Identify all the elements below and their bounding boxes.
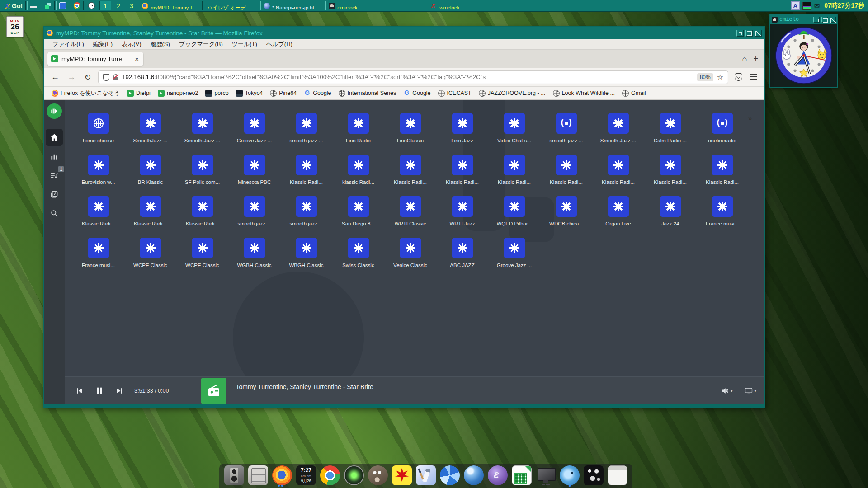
tile-button[interactable] (504, 155, 525, 175)
tile-button[interactable] (244, 196, 265, 217)
task-button[interactable]: ハイレゾ オーディオ Nanopi Neo... (204, 1, 259, 10)
home-tile[interactable]: Klassic Radi... (644, 155, 696, 196)
tile-button[interactable] (400, 238, 421, 258)
tracking-shield-icon[interactable] (103, 74, 109, 81)
home-tile[interactable]: Smooth Jazz ... (592, 113, 644, 155)
close-button[interactable] (755, 30, 762, 37)
dock-app-icon[interactable] (248, 465, 268, 485)
home-tile[interactable]: WDCB chica... (540, 196, 592, 238)
menu-item[interactable]: 編集(E) (89, 39, 117, 49)
tile-button[interactable] (88, 238, 109, 258)
home-tile[interactable]: San Diego 8... (332, 196, 384, 238)
home-tile[interactable]: Minesota PBC (228, 155, 280, 196)
calendar-widget[interactable]: MON 26 SEP (6, 16, 24, 37)
bookmark-item[interactable]: Pine64 (267, 89, 300, 98)
home-tile[interactable]: home choose (72, 113, 124, 155)
home-tile[interactable]: Klassic Radi... (592, 155, 644, 196)
bookmarks-overflow-chevron[interactable]: » (748, 114, 752, 122)
sidebar-item-queue[interactable]: 1 (46, 167, 63, 184)
home-tile[interactable]: WCPE Classic (124, 238, 176, 279)
forward-icon[interactable]: → (66, 72, 77, 82)
home-tile[interactable]: WGBH Classic (228, 238, 280, 279)
dock-app-icon[interactable] (608, 465, 627, 485)
home-tile[interactable]: Klassic Radi... (384, 155, 436, 196)
menu-item[interactable]: ツール(T) (228, 39, 261, 49)
menu-item[interactable]: 表示(V) (118, 39, 145, 49)
dock-app-icon[interactable]: 7:27 am pm 9月26 (296, 465, 316, 485)
dock-app-icon[interactable] (536, 465, 556, 485)
album-art[interactable] (201, 378, 226, 404)
mail-icon[interactable]: ✉ (814, 2, 820, 10)
home-tile[interactable]: Klassic Radi... (436, 155, 488, 196)
home-tile[interactable]: smooth jazz ... (280, 113, 332, 155)
bookmark-item[interactable]: nanopi-neo2 (155, 89, 202, 98)
sidebar-item-home[interactable] (46, 129, 63, 146)
emiclock-titlebar[interactable]: emiclo (770, 14, 837, 24)
home-tile[interactable]: WCPE Classic (176, 238, 228, 279)
tile-button[interactable] (504, 196, 525, 217)
pause-button[interactable] (93, 384, 106, 398)
bookmark-item[interactable]: Gmail (619, 89, 649, 98)
dock-app-icon[interactable] (416, 465, 436, 485)
home-tile[interactable]: Linn Radio (332, 113, 384, 155)
dock-app-icon[interactable] (272, 465, 292, 485)
window-list-button[interactable] (42, 1, 55, 10)
tile-button[interactable] (556, 196, 577, 217)
home-tile[interactable]: Klassic Radi... (72, 196, 124, 238)
dock-app-icon[interactable] (560, 465, 580, 485)
home-tile[interactable]: Video Chat s... (488, 113, 540, 155)
home-tile[interactable]: Klassic Radi... (696, 155, 748, 196)
tile-button[interactable] (296, 113, 317, 134)
sidebar-item-search[interactable] (46, 205, 63, 222)
tile-button[interactable] (192, 113, 213, 134)
workspace-button[interactable]: 3 (126, 1, 137, 10)
task-button[interactable] (377, 1, 426, 10)
home-tile[interactable]: WRTI Classic (384, 196, 436, 238)
task-button[interactable]: emiclock (326, 1, 375, 10)
bookmark-item[interactable]: JAZZGROOVE.org - ... (476, 89, 549, 98)
dock-app-icon[interactable] (464, 465, 484, 485)
elapsed-time[interactable]: 3:51:33 / 0:00 (134, 388, 169, 394)
dock-app-icon[interactable] (320, 465, 340, 485)
back-icon[interactable]: ← (49, 72, 61, 82)
home-tile[interactable]: SF Polic com... (176, 155, 228, 196)
emiclock-maximize-button[interactable] (821, 17, 828, 23)
tile-button[interactable] (400, 155, 421, 175)
volume-button[interactable]: ▾ (721, 386, 733, 395)
pocket-icon[interactable] (735, 73, 742, 81)
now-playing[interactable]: Tommy Turrentine, Stanley Turrentine - S… (236, 383, 714, 398)
home-icon[interactable]: ⌂ (742, 54, 747, 64)
home-tile[interactable]: WBGH Classic (280, 238, 332, 279)
tile-button[interactable] (348, 155, 369, 175)
bookmark-item[interactable]: Google (301, 89, 334, 98)
dock-app-icon[interactable] (512, 465, 532, 485)
tile-button[interactable] (504, 113, 525, 134)
output-button[interactable]: ▾ (744, 386, 756, 395)
bookmark-item[interactable]: porco (202, 89, 231, 98)
menu-item[interactable]: 履歴(S) (146, 39, 174, 49)
home-tile[interactable]: BR Klassic (124, 155, 176, 196)
bookmark-item[interactable]: Google (400, 89, 434, 98)
tile-button[interactable] (140, 155, 161, 175)
clock-launcher-button[interactable] (85, 1, 98, 10)
dock-app-icon[interactable] (224, 465, 244, 485)
home-tile[interactable]: Swiss Classic (332, 238, 384, 279)
home-tile[interactable]: klassic Radi... (332, 155, 384, 196)
tile-button[interactable] (452, 238, 473, 258)
chrome-launcher-button[interactable] (71, 1, 84, 10)
tile-button[interactable] (140, 238, 161, 258)
url-bar[interactable]: 192.168.1.6:8080/#{"card"%3A"Home"%2C"of… (98, 70, 728, 84)
zoom-level-badge[interactable]: 80% (697, 73, 713, 81)
go-launcher-button[interactable]: X Go! (2, 1, 26, 10)
tile-button[interactable] (504, 238, 525, 258)
home-tile[interactable]: smooth jazz ... (280, 196, 332, 238)
home-tile[interactable]: WQED Pitbar... (488, 196, 540, 238)
workspace-button[interactable]: 2 (113, 1, 124, 10)
next-button[interactable] (113, 384, 126, 398)
dock-app-icon[interactable] (440, 465, 460, 485)
hamburger-menu-icon[interactable] (750, 74, 757, 80)
emiclock-minimize-button[interactable] (813, 17, 820, 23)
tile-button[interactable] (348, 113, 369, 134)
bookmark-item[interactable]: Dietpi (124, 89, 154, 98)
tile-button[interactable] (348, 238, 369, 258)
